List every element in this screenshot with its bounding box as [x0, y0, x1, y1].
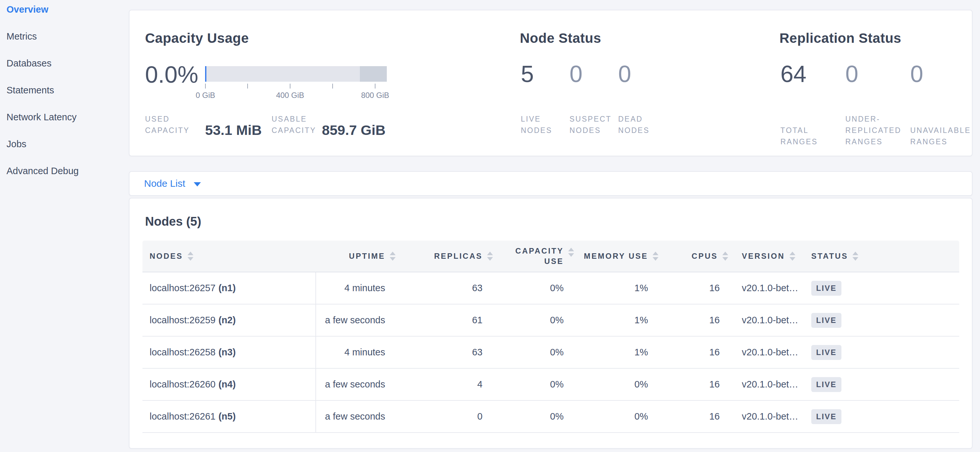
status-badge: LIVE	[811, 281, 842, 296]
column-header-label: REPLICAS	[434, 252, 482, 261]
node-address-cell: localhost:26257 (n1)	[142, 272, 316, 304]
sort-icon	[390, 252, 396, 261]
sort-icon	[188, 252, 193, 261]
node-address: localhost:26259	[150, 315, 215, 325]
axis-tick	[375, 84, 375, 89]
cpus-cell: 16	[661, 336, 731, 368]
column-header-memory-use[interactable]: MEMORY USE	[577, 241, 661, 272]
version-cell: v20.1.0-bet…	[731, 336, 802, 368]
column-header-nodes[interactable]: NODES	[142, 241, 316, 272]
version-cell: v20.1.0-bet…	[731, 369, 802, 400]
cluster-summary-card: Capacity Usage 0.0% 0 GiB 400 GiB 800 Gi…	[129, 10, 972, 156]
replication-status-title: Replication Status	[780, 30, 901, 46]
capacity-use-cell: 0%	[496, 272, 577, 304]
status-badge: LIVE	[811, 409, 842, 424]
capacity-use-cell: 0%	[496, 369, 577, 400]
table-row-node-3[interactable]: localhost:26258 (n3) 4 minutes 63 0% 1% …	[142, 336, 959, 369]
column-header-label: NODES	[150, 252, 183, 261]
axis-tick	[290, 84, 290, 89]
uptime-cell: 4 minutes	[316, 272, 398, 304]
status-cell: LIVE	[802, 305, 959, 336]
nodes-table: NODES UPTIME REPLICAS CAPACITY USE MEMOR…	[142, 241, 959, 433]
sidebar-item-jobs[interactable]: Jobs	[0, 131, 129, 158]
sidebar-item-network-latency[interactable]: Network Latency	[0, 104, 129, 131]
uptime-cell: a few seconds	[316, 305, 398, 336]
replicas-cell: 63	[398, 336, 496, 368]
nodes-table-header: NODES UPTIME REPLICAS CAPACITY USE MEMOR…	[142, 241, 959, 272]
capacity-usage-title: Capacity Usage	[145, 30, 249, 46]
used-capacity-value: 53.1 MiB	[205, 122, 270, 138]
column-header-label: UPTIME	[349, 252, 385, 261]
suspect-nodes-label: SUSPECT NODES	[570, 114, 618, 138]
cpus-cell: 16	[661, 369, 731, 400]
uptime-cell: a few seconds	[316, 369, 398, 400]
status-badge: LIVE	[811, 345, 842, 360]
capacity-bar-chart: 0 GiB 400 GiB 800 GiB	[205, 66, 387, 98]
status-cell: LIVE	[802, 369, 959, 400]
column-header-status[interactable]: STATUS	[802, 241, 959, 272]
column-header-label: CPUS	[692, 252, 718, 261]
replicas-cell: 4	[398, 369, 496, 400]
cpus-cell: 16	[661, 272, 731, 304]
axis-label-800gib: 800 GiB	[356, 91, 395, 100]
capacity-use-cell: 0%	[496, 305, 577, 336]
column-header-version[interactable]: VERSION	[731, 241, 802, 272]
capacity-bar	[205, 66, 387, 82]
replicas-cell: 61	[398, 305, 496, 336]
dead-nodes-label: DEAD NODES	[618, 114, 667, 138]
under-replicated-ranges-label: UNDER- REPLICATED RANGES	[845, 114, 910, 149]
axis-tick	[205, 84, 206, 89]
table-row-node-5[interactable]: localhost:26261 (n5) a few seconds 0 0% …	[142, 401, 959, 433]
live-nodes-label: LIVE NODES	[521, 114, 570, 138]
status-badge: LIVE	[811, 377, 842, 392]
cpus-cell: 16	[661, 305, 731, 336]
column-header-cpus[interactable]: CPUS	[661, 241, 731, 272]
node-address-cell: localhost:26258 (n3)	[142, 336, 316, 368]
column-header-uptime[interactable]: UPTIME	[316, 241, 398, 272]
column-header-label: CAPACITY USE	[515, 246, 564, 266]
sidebar-item-metrics[interactable]: Metrics	[0, 23, 129, 50]
node-address: localhost:26260	[150, 379, 215, 390]
table-row-node-1[interactable]: localhost:26257 (n1) 4 minutes 63 0% 1% …	[142, 272, 959, 305]
used-capacity-label: USED CAPACITY	[145, 114, 194, 138]
replicas-cell: 0	[398, 401, 496, 432]
node-address-cell: localhost:26260 (n4)	[142, 369, 316, 400]
column-header-replicas[interactable]: REPLICAS	[398, 241, 496, 272]
status-badge: LIVE	[811, 313, 842, 328]
sort-icon	[652, 252, 659, 261]
memory-use-cell: 0%	[577, 369, 661, 400]
sidebar-item-databases[interactable]: Databases	[0, 50, 129, 77]
table-row-node-4[interactable]: localhost:26260 (n4) a few seconds 4 0% …	[142, 369, 959, 401]
node-id: (n4)	[218, 379, 235, 390]
node-address-cell: localhost:26259 (n2)	[142, 305, 316, 336]
axis-tick	[247, 84, 248, 89]
column-header-label: MEMORY USE	[584, 252, 648, 261]
total-ranges-label: TOTAL RANGES	[780, 125, 845, 149]
capacity-bar-used-segment	[205, 66, 206, 82]
replication-status-labels: TOTAL RANGES UNDER- REPLICATED RANGES UN…	[780, 114, 975, 149]
live-nodes-count: 5	[521, 62, 570, 86]
sort-icon	[487, 252, 493, 261]
sidebar-item-overview[interactable]: Overview	[0, 0, 129, 23]
column-header-label: VERSION	[742, 252, 785, 261]
node-list-dropdown[interactable]: Node List	[129, 172, 972, 195]
axis-tick	[332, 84, 333, 89]
column-header-capacity-use[interactable]: CAPACITY USE	[496, 241, 577, 272]
table-row-node-2[interactable]: localhost:26259 (n2) a few seconds 61 0%…	[142, 305, 959, 336]
capacity-use-cell: 0%	[496, 336, 577, 368]
sidebar-item-statements[interactable]: Statements	[0, 77, 129, 104]
cpus-cell: 16	[661, 401, 731, 432]
node-status-labels: LIVE NODES SUSPECT NODES DEAD NODES	[521, 114, 667, 138]
sidebar-item-advanced-debug[interactable]: Advanced Debug	[0, 158, 129, 184]
sort-icon	[789, 252, 795, 261]
column-header-label: STATUS	[811, 252, 848, 261]
capacity-used-percent: 0.0%	[145, 62, 198, 87]
node-address: localhost:26258	[150, 347, 215, 358]
node-address: localhost:26257	[150, 283, 215, 293]
sidebar-nav-list: Overview Metrics Databases Statements Ne…	[0, 0, 129, 184]
axis-label-0gib: 0 GiB	[186, 91, 225, 100]
capacity-stats: USED CAPACITY 53.1 MiB USABLE CAPACITY 8…	[145, 114, 385, 138]
usable-capacity-label: USABLE CAPACITY	[272, 114, 317, 138]
dead-nodes-count: 0	[618, 62, 667, 86]
node-list-dropdown-label: Node List	[144, 178, 185, 189]
